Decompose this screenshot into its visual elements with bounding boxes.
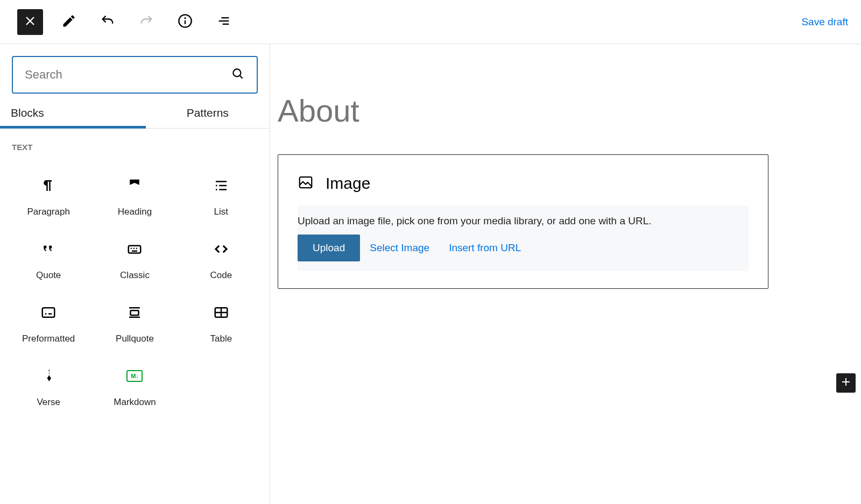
add-block-button[interactable] xyxy=(836,373,856,393)
search-input[interactable] xyxy=(25,68,231,82)
svg-point-6 xyxy=(233,69,241,76)
block-label: List xyxy=(214,207,228,217)
redo-icon xyxy=(139,13,154,31)
block-markdown[interactable]: M↓ Markdown xyxy=(91,355,178,418)
upload-button[interactable]: Upload xyxy=(298,235,360,261)
block-label: Heading xyxy=(118,207,152,217)
block-quote[interactable]: Quote xyxy=(5,228,91,292)
block-label: Pullquote xyxy=(116,333,154,344)
undo-icon xyxy=(100,13,115,31)
main-area: Blocks Patterns TEXT Paragraph Heading xyxy=(0,44,861,504)
insert-from-url-button[interactable]: Insert from URL xyxy=(439,235,531,261)
code-icon xyxy=(213,241,229,257)
category-title: TEXT xyxy=(12,143,258,152)
tab-patterns[interactable]: Patterns xyxy=(146,101,270,128)
svg-rect-22 xyxy=(131,310,139,315)
top-toolbar: Save draft xyxy=(0,0,861,44)
block-table[interactable]: Table xyxy=(178,292,264,355)
info-icon xyxy=(178,13,193,31)
redo-button[interactable] xyxy=(133,9,159,35)
image-icon xyxy=(298,174,314,193)
select-image-button[interactable]: Select Image xyxy=(360,235,439,261)
svg-rect-18 xyxy=(43,308,55,317)
outline-icon xyxy=(216,13,231,31)
svg-rect-27 xyxy=(300,177,312,188)
plus-icon xyxy=(839,375,852,391)
keyboard-icon xyxy=(126,241,143,257)
table-icon xyxy=(213,304,229,321)
verse-icon xyxy=(40,368,57,384)
block-verse[interactable]: Verse xyxy=(5,355,91,418)
pencil-icon xyxy=(61,13,76,31)
edit-button[interactable] xyxy=(56,9,82,35)
block-label: Verse xyxy=(37,397,60,408)
block-paragraph[interactable]: Paragraph xyxy=(5,165,91,228)
toolbar-left-group xyxy=(17,9,237,35)
preformatted-icon xyxy=(40,304,57,321)
svg-rect-13 xyxy=(129,246,141,253)
inserter-tabs: Blocks Patterns xyxy=(0,101,270,129)
block-label: Quote xyxy=(36,270,61,281)
undo-button[interactable] xyxy=(95,9,121,35)
block-label: Code xyxy=(210,270,232,281)
svg-point-2 xyxy=(185,18,185,18)
image-block-placeholder[interactable]: Image Upload an image file, pick one fro… xyxy=(278,154,768,289)
quote-icon xyxy=(40,241,57,257)
block-grid: Paragraph Heading List Quote xyxy=(0,157,270,426)
block-description: Upload an image file, pick one from your… xyxy=(298,215,749,235)
block-label: Markdown xyxy=(114,397,156,408)
block-code[interactable]: Code xyxy=(178,228,264,292)
block-preformatted[interactable]: Preformatted xyxy=(5,292,91,355)
heading-icon xyxy=(126,178,143,194)
block-label: Paragraph xyxy=(27,207,69,217)
paragraph-icon xyxy=(40,178,57,194)
outline-button[interactable] xyxy=(211,9,237,35)
search-icon xyxy=(231,67,245,83)
editor-canvas: About Image Upload an image file, pick o… xyxy=(270,44,861,504)
block-heading[interactable]: Heading xyxy=(91,165,178,228)
block-list[interactable]: List xyxy=(178,165,264,228)
block-inserter-sidebar: Blocks Patterns TEXT Paragraph Heading xyxy=(0,44,270,504)
close-button[interactable] xyxy=(17,9,43,35)
pullquote-icon xyxy=(126,304,143,321)
block-label: Table xyxy=(210,333,232,344)
block-title: Image xyxy=(326,174,370,193)
block-header: Image xyxy=(298,174,749,193)
tab-blocks[interactable]: Blocks xyxy=(0,101,146,128)
close-icon xyxy=(23,13,38,31)
info-button[interactable] xyxy=(172,9,198,35)
block-classic[interactable]: Classic xyxy=(91,228,178,292)
block-label: Preformatted xyxy=(22,333,75,344)
media-actions-container: Upload an image file, pick one from your… xyxy=(298,205,749,271)
svg-line-7 xyxy=(240,76,243,79)
markdown-icon: M↓ xyxy=(126,368,143,384)
page-title[interactable]: About xyxy=(278,44,853,154)
search-box[interactable] xyxy=(12,56,258,94)
list-icon xyxy=(213,178,229,194)
category-text: TEXT xyxy=(0,129,270,157)
save-draft-link[interactable]: Save draft xyxy=(801,16,848,28)
search-wrap xyxy=(0,44,270,101)
block-pullquote[interactable]: Pullquote xyxy=(91,292,178,355)
block-label: Classic xyxy=(120,270,150,281)
